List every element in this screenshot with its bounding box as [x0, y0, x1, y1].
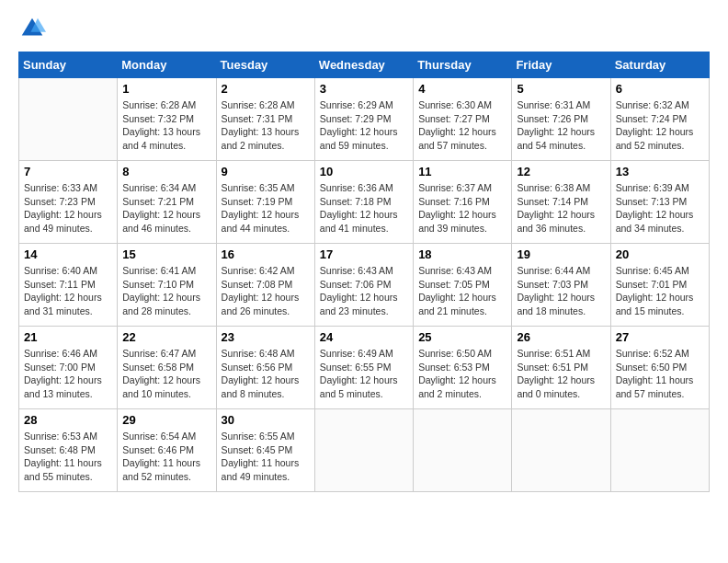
calendar-cell: 20Sunrise: 6:45 AMSunset: 7:01 PMDayligh… — [610, 244, 709, 327]
day-number: 12 — [517, 165, 605, 178]
day-number: 9 — [222, 165, 310, 178]
day-info: Sunrise: 6:39 AMSunset: 7:13 PMDaylight:… — [616, 181, 704, 236]
header-day-friday: Friday — [512, 52, 610, 78]
day-info: Sunrise: 6:50 AMSunset: 6:53 PMDaylight:… — [418, 347, 506, 401]
day-info: Sunrise: 6:36 AMSunset: 7:18 PMDaylight:… — [320, 181, 408, 236]
calendar-cell: 27Sunrise: 6:52 AMSunset: 6:50 PMDayligh… — [610, 327, 709, 409]
day-number: 27 — [616, 330, 704, 344]
day-info: Sunrise: 6:28 AMSunset: 7:31 PMDaylight:… — [222, 98, 310, 153]
week-row-5: 28Sunrise: 6:53 AMSunset: 6:48 PMDayligh… — [19, 409, 710, 492]
calendar-cell: 7Sunrise: 6:33 AMSunset: 7:23 PMDaylight… — [19, 161, 118, 244]
calendar-cell: 5Sunrise: 6:31 AMSunset: 7:26 PMDaylight… — [512, 78, 610, 161]
day-number: 26 — [517, 330, 605, 344]
day-number: 15 — [122, 247, 210, 261]
day-number: 29 — [122, 413, 210, 427]
calendar-cell: 26Sunrise: 6:51 AMSunset: 6:51 PMDayligh… — [512, 327, 610, 409]
calendar-cell: 8Sunrise: 6:34 AMSunset: 7:21 PMDaylight… — [118, 161, 216, 244]
week-row-3: 14Sunrise: 6:40 AMSunset: 7:11 PMDayligh… — [19, 244, 710, 327]
header-day-monday: Monday — [118, 52, 216, 78]
day-number: 7 — [24, 165, 112, 178]
day-info: Sunrise: 6:51 AMSunset: 6:51 PMDaylight:… — [517, 347, 605, 401]
day-info: Sunrise: 6:35 AMSunset: 7:19 PMDaylight:… — [222, 181, 310, 236]
logo — [18, 15, 50, 42]
week-row-1: 1Sunrise: 6:28 AMSunset: 7:32 PMDaylight… — [19, 78, 710, 161]
day-number: 11 — [418, 165, 506, 178]
week-row-2: 7Sunrise: 6:33 AMSunset: 7:23 PMDaylight… — [19, 161, 710, 244]
calendar-cell: 16Sunrise: 6:42 AMSunset: 7:08 PMDayligh… — [216, 244, 314, 327]
day-info: Sunrise: 6:49 AMSunset: 6:55 PMDaylight:… — [320, 347, 408, 401]
day-number: 20 — [616, 247, 704, 261]
day-number: 17 — [320, 247, 408, 261]
day-info: Sunrise: 6:38 AMSunset: 7:14 PMDaylight:… — [517, 181, 605, 236]
day-info: Sunrise: 6:40 AMSunset: 7:11 PMDaylight:… — [24, 264, 112, 318]
calendar-cell — [314, 409, 413, 492]
day-number: 24 — [320, 330, 408, 344]
day-number: 14 — [24, 247, 112, 261]
calendar-cell: 18Sunrise: 6:43 AMSunset: 7:05 PMDayligh… — [414, 244, 512, 327]
day-info: Sunrise: 6:55 AMSunset: 6:45 PMDaylight:… — [222, 430, 310, 484]
day-info: Sunrise: 6:42 AMSunset: 7:08 PMDaylight:… — [222, 264, 310, 318]
day-info: Sunrise: 6:31 AMSunset: 7:26 PMDaylight:… — [517, 98, 605, 153]
calendar-cell: 3Sunrise: 6:29 AMSunset: 7:29 PMDaylight… — [314, 78, 413, 161]
day-number: 22 — [122, 330, 210, 344]
calendar-cell: 12Sunrise: 6:38 AMSunset: 7:14 PMDayligh… — [512, 161, 610, 244]
calendar-cell: 22Sunrise: 6:47 AMSunset: 6:58 PMDayligh… — [118, 327, 216, 409]
calendar-cell: 13Sunrise: 6:39 AMSunset: 7:13 PMDayligh… — [610, 161, 709, 244]
header-day-saturday: Saturday — [610, 52, 709, 78]
calendar-cell: 1Sunrise: 6:28 AMSunset: 7:32 PMDaylight… — [118, 78, 216, 161]
day-number: 8 — [122, 165, 210, 178]
day-number: 23 — [222, 330, 310, 344]
day-info: Sunrise: 6:30 AMSunset: 7:27 PMDaylight:… — [418, 98, 506, 153]
day-info: Sunrise: 6:28 AMSunset: 7:32 PMDaylight:… — [122, 98, 210, 153]
calendar-cell: 25Sunrise: 6:50 AMSunset: 6:53 PMDayligh… — [414, 327, 512, 409]
calendar-cell — [19, 78, 118, 161]
calendar-cell: 30Sunrise: 6:55 AMSunset: 6:45 PMDayligh… — [216, 409, 314, 492]
day-number: 1 — [122, 82, 210, 96]
day-info: Sunrise: 6:48 AMSunset: 6:56 PMDaylight:… — [222, 347, 310, 401]
calendar-cell: 6Sunrise: 6:32 AMSunset: 7:24 PMDaylight… — [610, 78, 709, 161]
day-info: Sunrise: 6:44 AMSunset: 7:03 PMDaylight:… — [517, 264, 605, 318]
day-info: Sunrise: 6:43 AMSunset: 7:05 PMDaylight:… — [418, 264, 506, 318]
day-info: Sunrise: 6:45 AMSunset: 7:01 PMDaylight:… — [616, 264, 704, 318]
logo-icon — [18, 15, 46, 42]
calendar-cell: 19Sunrise: 6:44 AMSunset: 7:03 PMDayligh… — [512, 244, 610, 327]
day-info: Sunrise: 6:43 AMSunset: 7:06 PMDaylight:… — [320, 264, 408, 318]
day-number: 25 — [418, 330, 506, 344]
calendar-cell: 4Sunrise: 6:30 AMSunset: 7:27 PMDaylight… — [414, 78, 512, 161]
calendar-cell: 11Sunrise: 6:37 AMSunset: 7:16 PMDayligh… — [414, 161, 512, 244]
week-row-4: 21Sunrise: 6:46 AMSunset: 7:00 PMDayligh… — [19, 327, 710, 409]
day-info: Sunrise: 6:46 AMSunset: 7:00 PMDaylight:… — [24, 347, 112, 401]
calendar-cell: 10Sunrise: 6:36 AMSunset: 7:18 PMDayligh… — [314, 161, 413, 244]
calendar-cell: 21Sunrise: 6:46 AMSunset: 7:00 PMDayligh… — [19, 327, 118, 409]
day-number: 5 — [517, 82, 605, 96]
calendar-cell: 17Sunrise: 6:43 AMSunset: 7:06 PMDayligh… — [314, 244, 413, 327]
day-number: 28 — [24, 413, 112, 427]
header-day-tuesday: Tuesday — [216, 52, 314, 78]
calendar-cell — [610, 409, 709, 492]
day-info: Sunrise: 6:47 AMSunset: 6:58 PMDaylight:… — [122, 347, 210, 401]
day-info: Sunrise: 6:41 AMSunset: 7:10 PMDaylight:… — [122, 264, 210, 318]
day-info: Sunrise: 6:33 AMSunset: 7:23 PMDaylight:… — [24, 181, 112, 236]
header-day-sunday: Sunday — [19, 52, 118, 78]
day-number: 2 — [222, 82, 310, 96]
day-info: Sunrise: 6:52 AMSunset: 6:50 PMDaylight:… — [616, 347, 704, 401]
header-day-wednesday: Wednesday — [314, 52, 413, 78]
calendar-cell: 24Sunrise: 6:49 AMSunset: 6:55 PMDayligh… — [314, 327, 413, 409]
calendar-cell: 9Sunrise: 6:35 AMSunset: 7:19 PMDaylight… — [216, 161, 314, 244]
day-info: Sunrise: 6:34 AMSunset: 7:21 PMDaylight:… — [122, 181, 210, 236]
day-number: 3 — [320, 82, 408, 96]
day-number: 16 — [222, 247, 310, 261]
calendar-cell: 29Sunrise: 6:54 AMSunset: 6:46 PMDayligh… — [118, 409, 216, 492]
calendar-cell — [512, 409, 610, 492]
day-info: Sunrise: 6:29 AMSunset: 7:29 PMDaylight:… — [320, 98, 408, 153]
day-number: 21 — [24, 330, 112, 344]
day-number: 6 — [616, 82, 704, 96]
day-number: 10 — [320, 165, 408, 178]
day-number: 13 — [616, 165, 704, 178]
calendar-table: SundayMondayTuesdayWednesdayThursdayFrid… — [18, 52, 710, 492]
day-info: Sunrise: 6:54 AMSunset: 6:46 PMDaylight:… — [122, 430, 210, 484]
day-info: Sunrise: 6:32 AMSunset: 7:24 PMDaylight:… — [616, 98, 704, 153]
header-day-thursday: Thursday — [414, 52, 512, 78]
calendar-cell: 23Sunrise: 6:48 AMSunset: 6:56 PMDayligh… — [216, 327, 314, 409]
calendar-cell: 28Sunrise: 6:53 AMSunset: 6:48 PMDayligh… — [19, 409, 118, 492]
